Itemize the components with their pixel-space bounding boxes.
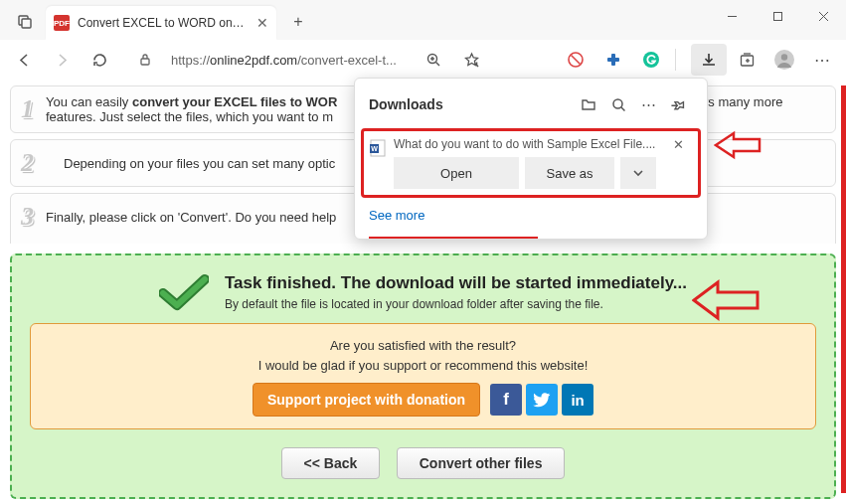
twitter-icon[interactable] [526,384,558,416]
browser-tab[interactable]: PDF Convert EXCEL to WORD online & ✕ [46,6,276,40]
satisfied-text: Are you satisfied with the result? [43,336,803,356]
svg-rect-3 [773,12,781,20]
step-text: Depending on your files you can set many… [46,156,335,171]
svg-point-23 [781,54,787,60]
annotation-arrow-bottom [692,278,761,322]
download-item-highlight: W What do you want to do with Sample Exc… [361,128,701,198]
downloads-button[interactable] [691,44,727,76]
collections-button[interactable] [729,44,764,76]
recommend-text: I would be glad if you support or recomm… [43,356,803,376]
extension-gear-icon[interactable] [595,44,631,76]
svg-point-24 [613,99,622,108]
profile-button[interactable] [766,44,802,76]
maximize-button[interactable] [755,0,800,32]
tab-close-icon[interactable]: ✕ [256,15,268,31]
titlebar: PDF Convert EXCEL to WORD online & ✕ + [0,0,846,40]
open-button[interactable]: Open [394,157,519,189]
finished-heading: Task finished. The download will be star… [225,273,687,293]
see-more-link[interactable]: See more [355,198,707,237]
annotation-underline [369,237,538,239]
minimize-button[interactable] [709,0,755,32]
support-panel: Are you satisfied with the result? I wou… [30,323,816,429]
save-as-dropdown[interactable] [620,157,656,189]
pin-icon[interactable] [663,90,693,118]
svg-rect-6 [141,59,149,65]
svg-text:W: W [371,145,378,152]
word-file-icon: W [370,139,386,157]
back-button[interactable] [6,44,42,76]
convert-other-button[interactable]: Convert other files [397,447,566,479]
svg-rect-16 [611,54,615,66]
tab-actions-button[interactable] [8,4,42,38]
svg-rect-1 [22,19,31,28]
address-bar[interactable]: https://online2pdf.com/convert-excel-t..… [165,45,414,75]
step-text: Finally, please click on 'Convert'. Do y… [46,210,336,225]
back-button-page[interactable]: << Back [281,447,381,479]
downloads-title: Downloads [369,96,574,112]
window-controls [709,0,846,32]
step-number: 1 [21,94,34,124]
download-item: W What do you want to do with Sample Exc… [370,137,692,189]
zoom-button[interactable] [416,44,451,76]
refresh-button[interactable] [82,44,117,76]
extension-grammarly-icon[interactable] [633,44,669,76]
svg-line-25 [621,107,625,111]
scrollbar-indicator [841,85,846,493]
tab-title: Convert EXCEL to WORD online & [78,16,247,30]
donate-button[interactable]: Support project with donation [253,383,480,417]
close-button[interactable] [800,0,846,32]
menu-button[interactable]: ⋯ [804,44,840,76]
svg-line-14 [572,56,581,65]
more-icon[interactable]: ⋯ [633,90,663,118]
tab-favicon: PDF [54,15,70,31]
open-folder-icon[interactable] [574,90,603,118]
site-info-button[interactable] [127,44,163,76]
step-number: 2 [21,148,34,178]
facebook-icon[interactable]: f [490,384,522,416]
extension-adblock-icon[interactable] [558,44,593,76]
forward-button [44,44,80,76]
checkmark-icon [159,273,209,309]
linkedin-icon[interactable]: in [562,384,593,416]
url-text: https://online2pdf.com/convert-excel-t..… [171,53,397,68]
new-tab-button[interactable]: + [284,8,312,36]
step-number: 3 [21,202,34,232]
download-question: What do you want to do with Sample Excel… [394,137,656,151]
browser-toolbar: https://online2pdf.com/convert-excel-t..… [0,40,846,80]
svg-point-17 [643,52,659,68]
annotation-arrow-top [714,127,761,163]
save-as-button[interactable]: Save as [525,157,614,189]
finished-sub: By default the file is located in your d… [225,297,687,311]
downloads-panel: Downloads ⋯ W What do you want to do wit… [354,78,708,240]
search-icon[interactable] [603,90,633,118]
svg-line-8 [436,63,440,67]
dismiss-icon[interactable]: ✕ [664,137,692,152]
favorites-button[interactable] [453,44,489,76]
